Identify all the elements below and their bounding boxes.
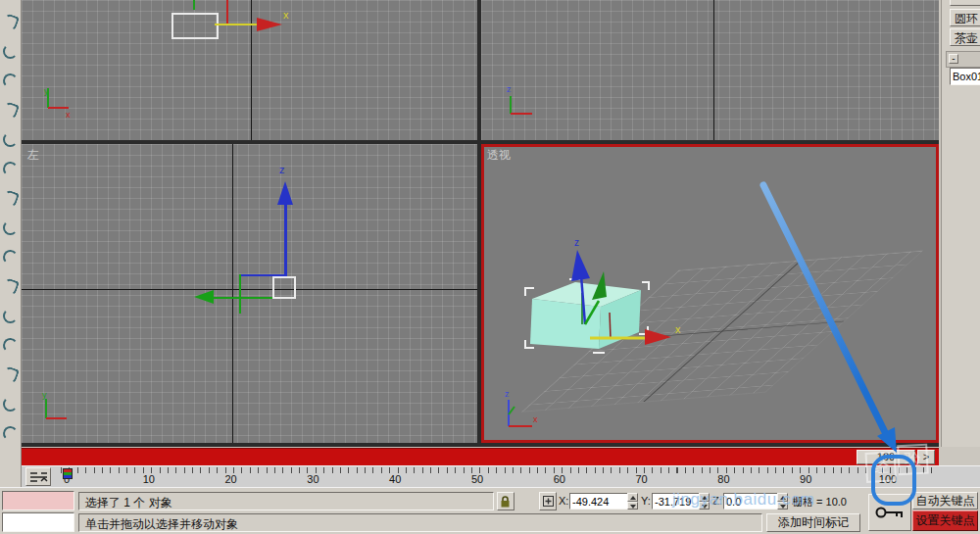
svg-text:x: x: [66, 110, 71, 120]
selection-status: 选择了 1 个 对象: [78, 492, 494, 510]
gizmo-y-axis[interactable]: [193, 0, 195, 10]
gizmo-z-arrowhead[interactable]: [571, 250, 590, 281]
3dsmax-window: x y x z 左 z: [0, 0, 980, 534]
reactor-tool-icon[interactable]: [1, 189, 20, 208]
gizmo-y-arrowhead[interactable]: [194, 290, 214, 304]
maxscript-mini-listener-white[interactable]: [2, 512, 74, 532]
rollout-collapse-icon[interactable]: -: [949, 54, 958, 64]
reactor-tool-icon[interactable]: [3, 220, 18, 235]
gizmo-x-label: x: [283, 9, 289, 21]
watermark-text: jingyan.baidu.com: [672, 490, 815, 510]
frame-tick-label: 60: [554, 473, 565, 485]
viewport-label[interactable]: 透视: [487, 147, 511, 164]
svg-text:x: x: [533, 414, 538, 424]
open-mini-curve-editor-button[interactable]: [25, 467, 51, 486]
viewport-area: x y x z 左 z: [22, 0, 939, 447]
status-bar: 选择了 1 个 对象 X: Y: Z: 栅格 = 10.0 单击并拖动以选择并移…: [0, 487, 980, 534]
add-time-tag-button[interactable]: 添加时间标记: [766, 513, 860, 532]
svg-text:y: y: [42, 391, 47, 400]
svg-text:z: z: [507, 84, 512, 94]
set-keys-button[interactable]: [868, 494, 911, 531]
gizmo-plane-handle[interactable]: [239, 274, 284, 276]
curve-editor-icon: [27, 469, 49, 484]
command-panel: 圆环 茶壶 -: [941, 0, 980, 447]
object-type-button-torus[interactable]: 圆环: [950, 9, 980, 26]
reactor-tool-icon[interactable]: [2, 337, 18, 353]
selected-box-wireframe[interactable]: [272, 276, 296, 299]
rollout-header[interactable]: -: [946, 51, 980, 68]
viewport-perspective[interactable]: 透视 z x z: [481, 144, 939, 443]
reactor-tool-icon[interactable]: [1, 13, 20, 31]
frame-tick-label: 30: [307, 473, 318, 485]
gizmo-plane-handle[interactable]: [239, 274, 241, 314]
box-front-face[interactable]: [530, 299, 601, 349]
viewport-label[interactable]: 左: [27, 147, 39, 164]
y-coordinate-label: Y:: [641, 495, 651, 507]
left-toolbar: [0, 0, 22, 487]
key-icon: [874, 505, 906, 521]
world-axis-line: [22, 289, 477, 290]
reactor-tool-icon[interactable]: [2, 161, 18, 176]
world-axis-line: [232, 144, 233, 443]
object-type-button-teapot[interactable]: 茶壶: [950, 28, 980, 46]
reactor-tool-icon[interactable]: [2, 249, 18, 265]
gizmo-z-arrowhead[interactable]: [277, 181, 293, 205]
world-axis-line: [713, 0, 714, 140]
gizmo-axis-line[interactable]: [226, 0, 228, 25]
x-spinner[interactable]: [627, 493, 638, 510]
svg-text:y: y: [44, 86, 49, 96]
track-bar[interactable]: 0102030405060708090100: [22, 465, 980, 488]
gizmo-x-arrowhead[interactable]: [645, 329, 671, 345]
selected-box-wireframe[interactable]: [172, 13, 219, 39]
gizmo-y-stem[interactable]: [212, 297, 272, 299]
gizmo-z-stem[interactable]: [284, 203, 287, 276]
reactor-tool-icon[interactable]: [3, 397, 18, 412]
frame-tick-label: 20: [224, 473, 236, 485]
reactor-tool-icon[interactable]: [1, 365, 20, 384]
reactor-tool-icon[interactable]: [3, 132, 18, 147]
gizmo-trail-red: [610, 313, 611, 339]
viewport-axis-tripod: z: [503, 80, 536, 120]
viewport-axis-tripod: y: [37, 391, 71, 430]
selection-lock-button[interactable]: [497, 492, 514, 510]
lock-icon: [500, 495, 511, 509]
viewport-left[interactable]: 左 z y: [22, 144, 477, 443]
absolute-mode-icon: [543, 496, 554, 507]
prompt-line: 单击并拖动以选择并移动对象: [78, 513, 762, 532]
keyframe-marker[interactable]: [63, 468, 73, 479]
frame-tick-label: 70: [635, 473, 647, 485]
frame-tick-label: 50: [471, 473, 483, 485]
reactor-tool-icon[interactable]: [3, 309, 18, 323]
auto-key-button[interactable]: 自动关键点: [912, 492, 978, 510]
viewport-front[interactable]: z: [481, 0, 939, 140]
reactor-tool-icon[interactable]: [2, 73, 18, 88]
x-coordinate-field[interactable]: [569, 493, 631, 510]
x-coordinate-label: X:: [559, 495, 568, 507]
reactor-tool-icon[interactable]: [3, 44, 18, 59]
gizmo-z-label: z: [574, 237, 579, 248]
gizmo-x-arrowhead[interactable]: [257, 18, 282, 31]
frame-tick-label: 90: [800, 473, 811, 485]
maxscript-mini-listener-pink[interactable]: [2, 491, 74, 510]
gizmo-z-label: z: [279, 164, 285, 175]
perspective-scene: z x: [481, 144, 939, 443]
gizmo-x-label: x: [675, 323, 681, 335]
frame-tick-label: 10: [143, 473, 155, 485]
object-name-field[interactable]: [950, 68, 980, 85]
object-type-button[interactable]: [950, 0, 980, 6]
time-slider-track[interactable]: 100 >: [22, 448, 939, 465]
viewport-top[interactable]: x y x: [22, 0, 477, 140]
svg-text:z: z: [505, 389, 510, 399]
set-key-button[interactable]: 设置关键点: [912, 510, 978, 531]
world-axis-line: [251, 0, 252, 140]
reactor-tool-icon[interactable]: [1, 277, 20, 296]
frame-tick-label: 80: [717, 473, 729, 485]
frame-tick-label: 40: [389, 473, 401, 485]
reactor-tool-icon[interactable]: [1, 101, 20, 120]
viewport-axis-tripod: z x: [501, 387, 540, 432]
viewport-axis-tripod: y x: [39, 84, 73, 120]
reactor-tool-icon[interactable]: [2, 425, 18, 441]
absolute-mode-button[interactable]: [539, 492, 557, 510]
